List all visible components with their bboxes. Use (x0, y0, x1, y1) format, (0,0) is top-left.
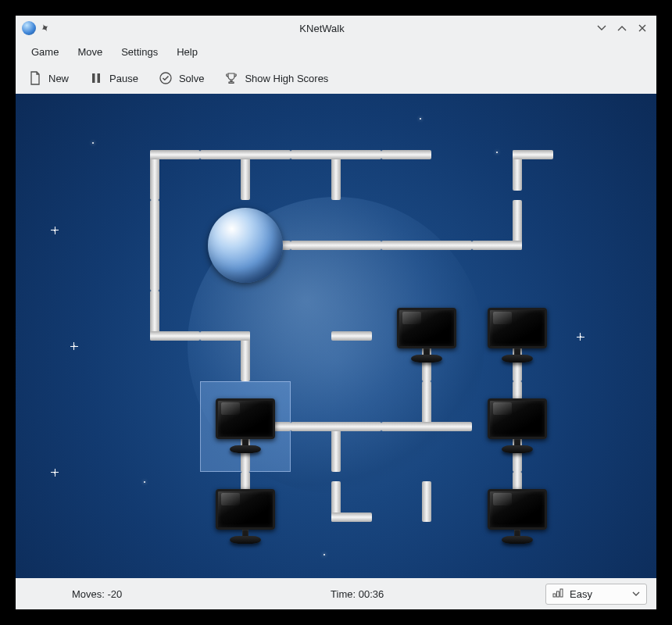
moves-label: Moves: (72, 588, 105, 600)
terminal-node (395, 305, 458, 367)
svg-rect-1 (98, 73, 101, 83)
game-cell[interactable] (200, 381, 291, 472)
time-value: 00:36 (359, 588, 384, 600)
toolbar: New Pause Solve Show High Scores (16, 62, 656, 94)
game-cell[interactable] (109, 291, 200, 381)
game-cell[interactable] (381, 109, 472, 200)
pause-icon (89, 71, 103, 85)
highscores-label: Show High Scores (245, 73, 328, 84)
game-board[interactable] (16, 94, 656, 578)
menu-help[interactable]: Help (169, 43, 206, 61)
menu-game[interactable]: Game (23, 43, 66, 61)
svg-rect-0 (92, 73, 95, 83)
app-icon (22, 21, 36, 35)
game-cell[interactable] (200, 200, 291, 291)
game-grid (109, 109, 563, 562)
menu-move[interactable]: Move (70, 43, 110, 61)
game-cell[interactable] (472, 200, 563, 291)
pin-icon[interactable]: ✦ (38, 20, 52, 36)
game-cell[interactable] (381, 291, 472, 381)
solve-button[interactable]: Solve (155, 68, 208, 88)
minimize-button[interactable] (594, 20, 609, 36)
terminal-node (214, 395, 277, 458)
game-cell[interactable] (472, 109, 563, 200)
game-cell[interactable] (291, 291, 381, 381)
pause-button[interactable]: Pause (86, 68, 141, 88)
bars-icon (552, 588, 563, 601)
game-cell[interactable] (109, 109, 200, 200)
game-cell[interactable] (291, 200, 381, 291)
terminal-node (214, 486, 277, 548)
terminal-node (486, 395, 549, 458)
time-status: Time: 00:36 (284, 588, 431, 600)
new-button[interactable]: New (25, 68, 72, 88)
game-cell[interactable] (109, 200, 200, 291)
svg-rect-5 (560, 589, 563, 597)
titlebar: ✦ KNetWalk (16, 16, 656, 41)
statusbar: Moves: -20 Time: 00:36 Easy (16, 578, 656, 609)
time-label: Time: (331, 588, 356, 600)
server-node (208, 208, 283, 283)
game-cell[interactable] (472, 472, 563, 562)
game-cell[interactable] (109, 381, 200, 472)
solve-label: Solve (179, 73, 205, 84)
chevron-down-icon (632, 588, 640, 600)
close-button[interactable] (634, 20, 650, 36)
new-label: New (48, 73, 69, 84)
maximize-button[interactable] (614, 20, 630, 36)
trophy-icon (224, 71, 238, 85)
svg-point-2 (160, 73, 171, 84)
game-cell[interactable] (200, 109, 291, 200)
moves-status: Moves: -20 (25, 588, 169, 600)
chevron-down-icon (597, 23, 606, 33)
highscores-button[interactable]: Show High Scores (221, 68, 331, 88)
game-cell[interactable] (381, 472, 472, 562)
chevron-up-icon (617, 23, 627, 33)
game-cell[interactable] (381, 381, 472, 472)
file-new-icon (28, 71, 42, 85)
difficulty-select[interactable]: Easy (545, 584, 647, 605)
app-window: ✦ KNetWalk Game Move Settings Help New P… (16, 16, 656, 609)
terminal-node (486, 486, 549, 548)
terminal-node (486, 305, 549, 367)
check-circle-icon (159, 71, 173, 85)
game-cell[interactable] (381, 200, 472, 291)
game-cell[interactable] (200, 472, 291, 562)
svg-rect-3 (553, 594, 556, 597)
difficulty-value: Easy (570, 588, 592, 600)
game-cell[interactable] (472, 381, 563, 472)
game-cell[interactable] (291, 472, 381, 562)
svg-rect-4 (557, 591, 559, 597)
window-title: KNetWalk (55, 23, 589, 34)
game-cell[interactable] (291, 109, 381, 200)
game-cell[interactable] (291, 381, 381, 472)
game-cell[interactable] (200, 291, 291, 381)
game-cell[interactable] (109, 472, 200, 562)
moves-value: -20 (108, 588, 123, 600)
menubar: Game Move Settings Help (16, 41, 656, 62)
close-icon (638, 23, 647, 33)
pause-label: Pause (109, 73, 138, 84)
game-cell[interactable] (472, 291, 563, 381)
menu-settings[interactable]: Settings (113, 43, 166, 61)
